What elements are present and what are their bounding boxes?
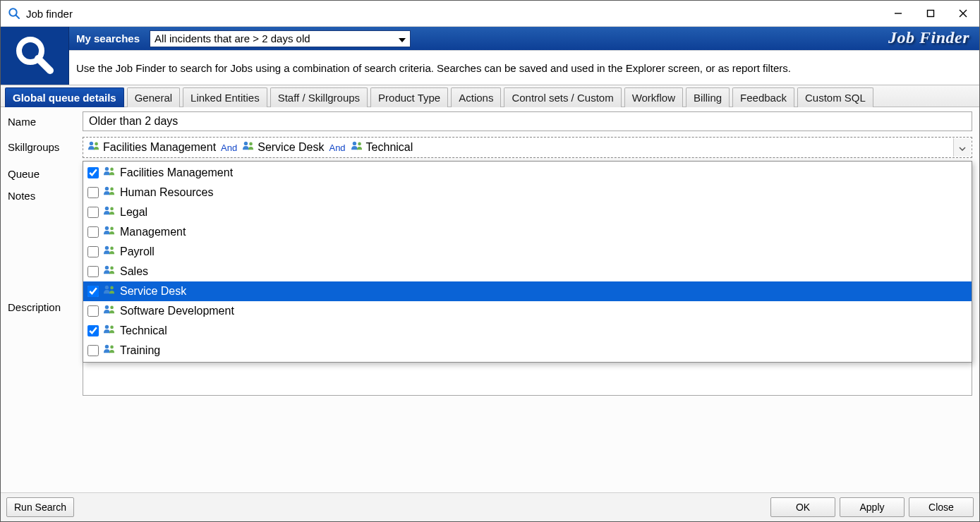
group-icon (103, 186, 116, 200)
skillgroup-option[interactable]: Payroll (83, 242, 972, 262)
form-area: Name Skillgroups Facilities ManagementAn… (1, 107, 979, 492)
svg-point-12 (249, 142, 253, 146)
ok-button[interactable]: OK (770, 497, 835, 517)
tab-custom-sql[interactable]: Custom SQL (797, 87, 873, 107)
skillgroups-input[interactable]: Facilities ManagementAndService DeskAndT… (83, 137, 972, 158)
brand-title: Job Finder (888, 28, 969, 47)
svg-point-11 (244, 142, 248, 145)
tab-actions[interactable]: Actions (451, 87, 501, 107)
skillgroup-option-label: Training (120, 344, 160, 357)
svg-point-19 (105, 207, 109, 210)
window-title: Job finder (26, 8, 73, 20)
skillgroup-checkbox[interactable] (87, 207, 99, 218)
skillgroup-option-label: Management (120, 226, 186, 238)
window-titlebar: Job finder (1, 1, 979, 27)
svg-point-10 (95, 142, 98, 146)
svg-point-24 (110, 247, 114, 250)
skillgroup-option-label: Sales (120, 265, 148, 278)
name-label: Name (8, 111, 83, 128)
skillgroup-option[interactable]: Sales (83, 262, 972, 281)
apply-button[interactable]: Apply (840, 497, 905, 517)
skillgroup-option[interactable]: Facilities Management (83, 163, 972, 183)
skillgroup-option[interactable]: Technical (83, 321, 972, 341)
window-minimize-button[interactable] (882, 1, 914, 26)
search-icon (8, 7, 20, 20)
skillgroup-checkbox[interactable] (87, 187, 99, 198)
skillgroups-dropdown-toggle[interactable] (953, 138, 971, 157)
skillgroup-option[interactable]: Legal (83, 202, 972, 222)
svg-point-30 (110, 306, 114, 310)
group-icon (103, 205, 116, 219)
and-separator: And (329, 142, 345, 153)
run-search-button[interactable]: Run Search (6, 497, 74, 517)
my-searches-value: All incidents that are > 2 days old (155, 32, 310, 44)
skillgroup-option[interactable]: Human Resources (83, 183, 972, 202)
svg-point-20 (110, 207, 114, 211)
header-logo-box (1, 27, 69, 85)
svg-marker-8 (399, 38, 406, 42)
svg-point-18 (110, 188, 114, 191)
svg-point-32 (110, 326, 114, 329)
header-top-row: My searches All incidents that are > 2 d… (69, 27, 979, 50)
skillgroup-checkbox[interactable] (87, 266, 99, 277)
skillgroup-option-label: Payroll (120, 245, 155, 258)
tab-control-sets-custom[interactable]: Control sets / Custom (504, 87, 621, 107)
chevron-down-icon (959, 142, 966, 153)
header-ribbon: My searches All incidents that are > 2 d… (1, 27, 979, 85)
tab-product-type[interactable]: Product Type (370, 87, 448, 107)
skillgroup-option-label: Technical (120, 324, 167, 337)
skillgroup-checkbox[interactable] (87, 286, 99, 297)
group-icon (87, 140, 100, 154)
skillgroup-option-label: Service Desk (120, 285, 186, 298)
svg-point-14 (358, 142, 361, 146)
my-searches-label: My searches (76, 32, 140, 44)
tab-general[interactable]: General (127, 87, 180, 107)
group-icon (103, 344, 116, 358)
svg-point-23 (105, 246, 109, 250)
skillgroup-checkbox[interactable] (87, 226, 99, 238)
skillgroup-checkbox[interactable] (87, 345, 99, 356)
skillgroup-chip: Facilities Management (87, 140, 216, 154)
svg-point-31 (105, 325, 109, 329)
skillgroup-chip: Technical (351, 140, 413, 154)
group-icon (103, 265, 116, 279)
svg-point-9 (90, 142, 93, 145)
skillgroup-option[interactable]: Training (83, 341, 972, 360)
group-icon (103, 304, 116, 318)
my-searches-dropdown[interactable]: All incidents that are > 2 days old (150, 30, 411, 47)
close-button[interactable]: Close (909, 497, 974, 517)
svg-point-17 (105, 187, 109, 190)
notes-label: Notes (8, 186, 83, 202)
tab-workflow[interactable]: Workflow (624, 87, 683, 107)
skillgroup-option[interactable]: Management (83, 222, 972, 242)
and-separator: And (221, 142, 237, 153)
tab-global-queue-details[interactable]: Global queue details (5, 87, 124, 107)
svg-point-15 (105, 167, 109, 171)
group-icon (103, 245, 116, 259)
svg-point-21 (105, 226, 109, 230)
skillgroup-checkbox[interactable] (87, 246, 99, 257)
group-icon (103, 324, 116, 338)
skillgroup-option-label: Software Development (120, 305, 234, 317)
description-label: Description (8, 297, 83, 313)
svg-point-26 (110, 267, 114, 270)
footer-bar: Run Search OK Apply Close (1, 492, 979, 521)
skillgroup-option[interactable]: Service Desk (83, 281, 972, 301)
svg-line-7 (38, 59, 50, 71)
tab-linked-entities[interactable]: Linked Entities (183, 87, 267, 107)
svg-line-1 (16, 16, 20, 19)
magnifier-icon (13, 34, 56, 78)
skillgroup-checkbox[interactable] (87, 167, 99, 178)
tab-staff-skillgroups[interactable]: Staff / Skillgroups (270, 87, 368, 107)
name-input[interactable] (83, 111, 972, 131)
skillgroups-options-list[interactable]: Facilities ManagementHuman ResourcesLega… (83, 161, 972, 363)
window-maximize-button[interactable] (914, 1, 947, 26)
skillgroup-option[interactable]: Software Development (83, 301, 972, 321)
svg-rect-3 (928, 11, 934, 17)
skillgroup-checkbox[interactable] (87, 305, 99, 317)
svg-point-22 (110, 227, 114, 231)
skillgroup-checkbox[interactable] (87, 325, 99, 336)
tab-billing[interactable]: Billing (686, 87, 730, 107)
tab-feedback[interactable]: Feedback (732, 87, 794, 107)
window-close-button[interactable] (947, 1, 979, 26)
